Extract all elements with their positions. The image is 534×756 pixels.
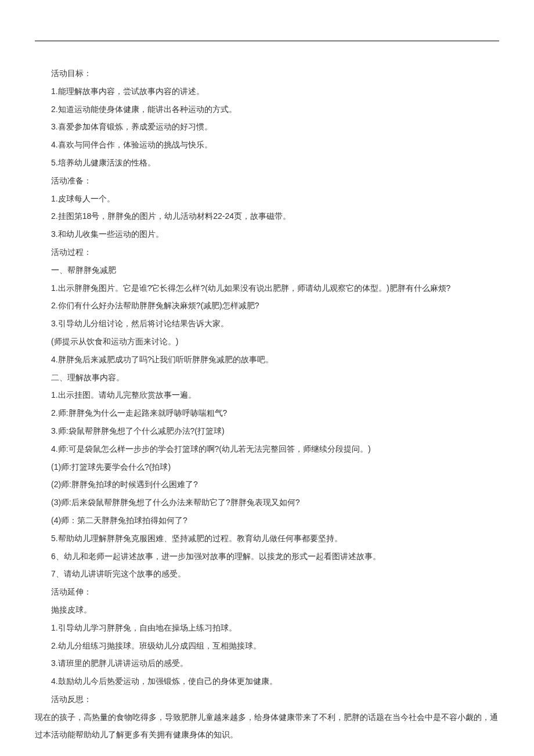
text-line: 4.喜欢与同伴合作，体验运动的挑战与快乐。 [35,136,499,154]
text-line: 活动目标： [35,64,499,82]
text-line: 2.师:胖胖兔为什么一走起路来就呼哧呼哧喘粗气? [35,404,499,422]
text-line: (4)师：第二天胖胖兔拍球拍得如何了? [35,512,499,530]
text-line: 活动过程： [35,243,499,261]
text-line: 一、帮胖胖兔减肥 [35,261,499,279]
text-line: 6、幼儿和老师一起讲述故事，进一步加强对故事的理解。以接龙的形式一起看图讲述故事… [35,548,499,566]
text-line: 活动反思： [35,690,499,708]
text-line: 2.你们有什么好办法帮助胖胖兔解决麻烦?(减肥)怎样减肥? [35,297,499,315]
text-line: 1.出示挂图。请幼儿完整欣赏故事一遍。 [35,386,499,404]
text-line: 3.和幼儿收集一些运动的图片。 [35,225,499,243]
text-line: (1)师:打篮球先要学会什么?(拍球) [35,458,499,476]
text-line: 3.引导幼儿分组讨论，然后将讨论结果告诉大家。 [35,315,499,333]
text-line: 3.请班里的肥胖儿讲讲运动后的感受。 [35,654,499,672]
text-line: 1.能理解故事内容，尝试故事内容的讲述。 [35,82,499,100]
text-line: (师提示从饮食和运动方面来讨论。) [35,333,499,351]
text-line: 1.出示胖胖兔图片。它是谁?它长得怎么样?(幼儿如果没有说出肥胖，师请幼儿观察它… [35,279,499,297]
text-line: 3.师:袋鼠帮胖胖兔想了个什么减肥办法?(打篮球) [35,422,499,440]
text-line: 二、理解故事内容。 [35,369,499,387]
text-line: 2.知道运动能使身体健康，能讲出各种运动的方式。 [35,100,499,118]
page-divider [35,41,499,41]
text-line: 现在的孩子，高热量的食物吃得多，导致肥胖儿童越来越多，给身体健康带来了不利，肥胖… [35,708,499,744]
text-line: 5.培养幼儿健康活泼的性格。 [35,154,499,172]
text-line: 5.帮助幼儿理解胖胖兔克服困难、坚持减肥的过程。教育幼儿做任何事都要坚持。 [35,530,499,548]
text-line: 4.胖胖兔后来减肥成功了吗?让我们听听胖胖兔减肥的故事吧。 [35,351,499,369]
text-line: 1.引导幼儿学习胖胖兔，自由地在操场上练习拍球。 [35,619,499,637]
text-line: 4.师:可是袋鼠怎么样一步步的学会打篮球的啊?(幼儿若无法完整回答，师继续分段提… [35,440,499,458]
text-line: 3.喜爱参加体育锻炼，养成爱运动的好习惯。 [35,118,499,136]
text-line: (2)师:胖胖兔拍球的时候遇到什么困难了? [35,476,499,494]
document-content: 活动目标：1.能理解故事内容，尝试故事内容的讲述。2.知道运动能使身体健康，能讲… [35,64,499,744]
text-line: 2.挂图第18号，胖胖兔的图片，幼儿活动材料22-24页，故事磁带。 [35,207,499,225]
text-line: 4.鼓励幼儿今后热爱运动，加强锻炼，使自己的身体更加健康。 [35,672,499,690]
text-line: 活动准备： [35,172,499,190]
text-line: 抛接皮球。 [35,601,499,619]
text-line: (3)师:后来袋鼠帮胖胖兔想了什么办法来帮助它了?胖胖兔表现又如何? [35,494,499,512]
text-line: 1.皮球每人一个。 [35,190,499,208]
text-line: 7、请幼儿讲讲听完这个故事的感受。 [35,565,499,583]
text-line: 活动延伸： [35,583,499,601]
text-line: 2.幼儿分组练习抛接球。班级幼儿分成四组，互相抛接球。 [35,637,499,655]
